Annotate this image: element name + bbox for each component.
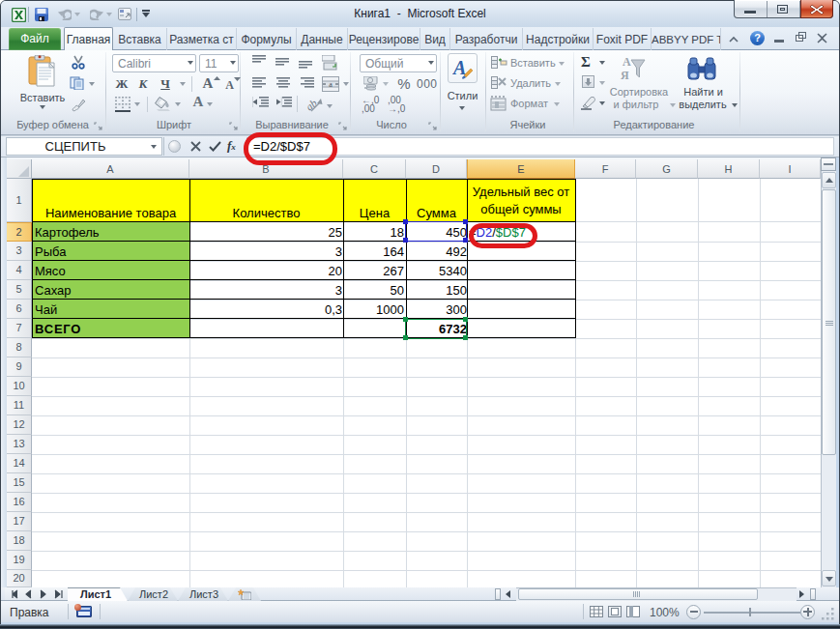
svg-text:Я: Я bbox=[621, 69, 629, 82]
svg-text:А: А bbox=[623, 55, 631, 69]
svg-text:a: a bbox=[329, 80, 333, 89]
